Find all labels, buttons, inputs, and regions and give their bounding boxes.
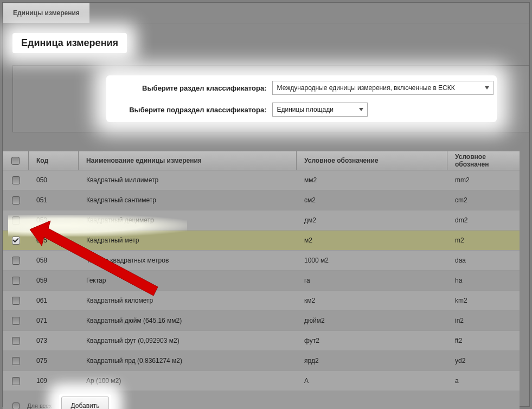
- cell-code: 073: [29, 331, 79, 350]
- filter-section-label: Выберите раздел классификатора:: [110, 84, 267, 92]
- table-footer: Для всех Добавить: [3, 391, 520, 409]
- cell-sym: мм2: [297, 170, 447, 190]
- filter-panel: Выберите раздел классификатора: Междунар…: [12, 65, 529, 132]
- header-name[interactable]: Наименование единицы измерения: [79, 151, 297, 170]
- tab-strip: Единицы измерения: [3, 3, 529, 23]
- row-checkbox[interactable]: [12, 277, 20, 285]
- cell-code: 071: [29, 311, 79, 330]
- cell-sym: ярд2: [297, 351, 447, 370]
- cell-sym2: m2: [447, 231, 520, 250]
- row-checkbox[interactable]: [12, 377, 20, 385]
- cell-code: 109: [29, 371, 79, 391]
- cell-sym: м2: [297, 231, 447, 250]
- cell-sym2: mm2: [447, 170, 520, 190]
- table-row[interactable]: 059Гектаргаha: [3, 271, 520, 291]
- header-sym[interactable]: Условное обозначение: [297, 151, 447, 170]
- select-all-checkbox[interactable]: [11, 157, 20, 165]
- cell-sym: А: [297, 371, 447, 391]
- cell-sym: дм2: [297, 210, 447, 230]
- cell-name: Квадратный метр: [79, 231, 297, 250]
- cell-sym: км2: [297, 291, 447, 310]
- table-header: Код Наименование единицы измерения Услов…: [3, 151, 520, 170]
- cell-code: 059: [29, 271, 79, 290]
- row-checkbox[interactable]: [12, 297, 20, 305]
- cell-name: Ар (100 м2): [79, 371, 297, 391]
- header-code[interactable]: Код: [29, 151, 79, 170]
- table-row[interactable]: 050Квадратный миллиметрмм2mm2: [3, 170, 520, 190]
- row-checkbox[interactable]: [12, 317, 20, 325]
- cell-sym: 1000 м2: [297, 251, 447, 270]
- table-row[interactable]: 051Квадратный сантиметрсм2cm2: [3, 190, 520, 210]
- select-section-value: Международные единицы измерения, включен…: [277, 84, 455, 92]
- cell-code: 075: [29, 351, 79, 370]
- cell-sym2: in2: [447, 311, 520, 330]
- row-checkbox[interactable]: [12, 196, 20, 204]
- select-section[interactable]: Международные единицы измерения, включен…: [272, 81, 493, 95]
- cell-sym2: ha: [447, 271, 520, 290]
- filter-subsection-label: Выберите подраздел классификатора:: [110, 106, 267, 114]
- table-row[interactable]: 109Ар (100 м2)Аa: [3, 371, 520, 391]
- table-row[interactable]: 058Тысяча квадратных метров1000 м2daa: [3, 251, 520, 271]
- row-checkbox[interactable]: [12, 257, 20, 265]
- cell-sym: фут2: [297, 331, 447, 350]
- table-row[interactable]: 055Квадратный метрм2m2: [3, 231, 520, 251]
- cell-name: Квадратный дециметр: [79, 210, 297, 230]
- cell-name: Квадратный миллиметр: [79, 170, 297, 190]
- cell-sym: дюйм2: [297, 311, 447, 330]
- cell-code: 050: [29, 170, 79, 190]
- cell-sym2: yd2: [447, 351, 520, 370]
- cell-name: Квадратный дюйм (645,16 мм2): [79, 311, 297, 330]
- cell-sym2: dm2: [447, 210, 520, 230]
- cell-name: Квадратный километр: [79, 291, 297, 310]
- table-row[interactable]: 053Квадратный дециметрдм2dm2: [3, 210, 520, 231]
- cell-sym: га: [297, 271, 447, 290]
- cell-code: 058: [29, 251, 79, 270]
- row-checkbox[interactable]: [12, 237, 20, 245]
- cell-code: 061: [29, 291, 79, 310]
- cell-name: Квадратный сантиметр: [79, 190, 297, 210]
- table-row[interactable]: 071Квадратный дюйм (645,16 мм2)дюйм2in2: [3, 311, 520, 331]
- cell-sym2: cm2: [447, 190, 520, 210]
- cell-sym2: daa: [447, 251, 520, 270]
- cell-name: Гектар: [79, 271, 297, 290]
- row-checkbox[interactable]: [12, 357, 20, 365]
- row-checkbox[interactable]: [12, 337, 20, 345]
- row-checkbox[interactable]: [12, 216, 20, 225]
- footer-all-checkbox[interactable]: [12, 402, 20, 410]
- cell-name: Квадратный ярд (0,8361274 м2): [79, 351, 297, 370]
- cell-name: Квадратный фут (0,092903 м2): [79, 331, 297, 350]
- cell-code: 051: [29, 190, 79, 210]
- cell-sym2: km2: [447, 291, 520, 310]
- header-sym2[interactable]: Условное обозначен: [447, 151, 520, 170]
- table-row[interactable]: 061Квадратный километркм2km2: [3, 291, 520, 311]
- select-subsection-value: Единицы площади: [277, 106, 334, 113]
- cell-name: Тысяча квадратных метров: [79, 251, 297, 270]
- page-title: Единица измерения: [12, 33, 127, 53]
- footer-all-label: Для всех: [27, 402, 52, 409]
- table-row[interactable]: 073Квадратный фут (0,092903 м2)фут2ft2: [3, 331, 520, 351]
- tab-units[interactable]: Единицы измерения: [3, 3, 90, 23]
- chevron-down-icon: [357, 106, 365, 113]
- units-table: Код Наименование единицы измерения Услов…: [3, 151, 520, 409]
- select-subsection[interactable]: Единицы площади: [272, 103, 368, 117]
- cell-code: 055: [29, 231, 79, 250]
- cell-sym: см2: [297, 190, 447, 210]
- cell-sym2: a: [447, 371, 520, 391]
- add-button[interactable]: Добавить: [61, 397, 108, 409]
- row-checkbox[interactable]: [12, 176, 20, 184]
- cell-sym2: ft2: [447, 331, 520, 350]
- chevron-down-icon: [483, 84, 491, 92]
- cell-code: 053: [29, 210, 79, 230]
- table-row[interactable]: 075Квадратный ярд (0,8361274 м2)ярд2yd2: [3, 351, 520, 371]
